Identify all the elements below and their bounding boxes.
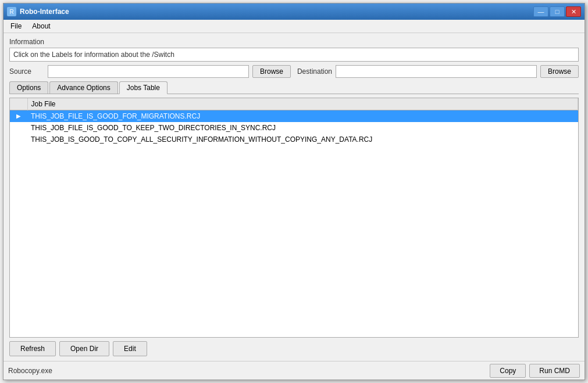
source-input[interactable] — [48, 65, 249, 78]
tab-advance-options[interactable]: Advance Options — [49, 81, 117, 94]
app-icon-letter: R — [9, 9, 13, 15]
tab-jobs-table[interactable]: Jobs Table — [119, 81, 168, 94]
row-arrow — [10, 134, 27, 145]
info-text: Click on the Labels for information abou… — [13, 51, 174, 59]
menu-file[interactable]: File — [6, 21, 26, 31]
destination-browse-button[interactable]: Browse — [540, 65, 579, 78]
source-browse-button[interactable]: Browse — [252, 65, 291, 78]
info-label: Information — [9, 38, 579, 46]
table-row[interactable]: ▶THIS_JOB_FILE_IS_GOOD_FOR_MIGRATIONS.RC… — [10, 110, 578, 122]
app-icon: R — [7, 7, 16, 16]
bottom-buttons: Refresh Open Dir Edit — [9, 341, 579, 356]
jobs-table-container: Job File ▶THIS_JOB_FILE_IS_GOOD_FOR_MIGR… — [9, 98, 579, 338]
edit-button[interactable]: Edit — [113, 341, 147, 356]
row-arrow — [10, 122, 27, 134]
row-job-file: THIS_JOB_IS_GOOD_TO_COPY_ALL_SECURITY_IN… — [27, 134, 578, 145]
menu-bar: File About — [3, 20, 585, 33]
title-bar: R Robo-Interface — □ ✕ — [3, 3, 585, 20]
table-header-jobfile: Job File — [27, 98, 578, 110]
window-controls: — □ ✕ — [533, 6, 581, 17]
source-dest-row: Source Browse Destination Browse — [9, 65, 579, 78]
row-job-file: THIS_JOB_FILE_IS_GOOD_FOR_MIGRATIONS.RCJ — [27, 110, 578, 122]
minimize-button[interactable]: — — [533, 6, 548, 17]
tab-bar: Options Advance Options Jobs Table — [9, 81, 579, 94]
refresh-button[interactable]: Refresh — [9, 341, 56, 356]
row-arrow: ▶ — [10, 110, 27, 122]
status-right-buttons: Copy Run CMD — [490, 364, 580, 378]
destination-input[interactable] — [336, 65, 537, 78]
info-box: Click on the Labels for information abou… — [9, 48, 579, 62]
open-dir-button[interactable]: Open Dir — [59, 341, 109, 356]
menu-about[interactable]: About — [27, 21, 55, 31]
copy-button[interactable]: Copy — [490, 364, 526, 378]
status-bar: Robocopy.exe Copy Run CMD — [3, 361, 585, 380]
row-job-file: THIS_JOB_FILE_IS_GOOD_TO_KEEP_TWO_DIRECT… — [27, 122, 578, 134]
table-row[interactable]: THIS_JOB_FILE_IS_GOOD_TO_KEEP_TWO_DIRECT… — [10, 122, 578, 134]
main-window: R Robo-Interface — □ ✕ File About Inform… — [3, 3, 585, 380]
destination-label: Destination — [294, 67, 332, 76]
tab-options[interactable]: Options — [9, 81, 48, 94]
source-label: Source — [9, 67, 44, 76]
run-cmd-button[interactable]: Run CMD — [529, 364, 580, 378]
info-section: Information Click on the Labels for info… — [9, 38, 579, 62]
table-header-row: Job File — [10, 98, 578, 110]
title-bar-left: R Robo-Interface — [7, 7, 69, 16]
close-button[interactable]: ✕ — [566, 6, 581, 17]
status-text: Robocopy.exe — [8, 367, 52, 375]
table-header-arrow — [10, 98, 27, 110]
main-content: Information Click on the Labels for info… — [3, 33, 585, 361]
table-row[interactable]: THIS_JOB_IS_GOOD_TO_COPY_ALL_SECURITY_IN… — [10, 134, 578, 145]
window-title: Robo-Interface — [20, 8, 69, 16]
maximize-button[interactable]: □ — [550, 6, 565, 17]
jobs-table: Job File ▶THIS_JOB_FILE_IS_GOOD_FOR_MIGR… — [10, 98, 578, 145]
